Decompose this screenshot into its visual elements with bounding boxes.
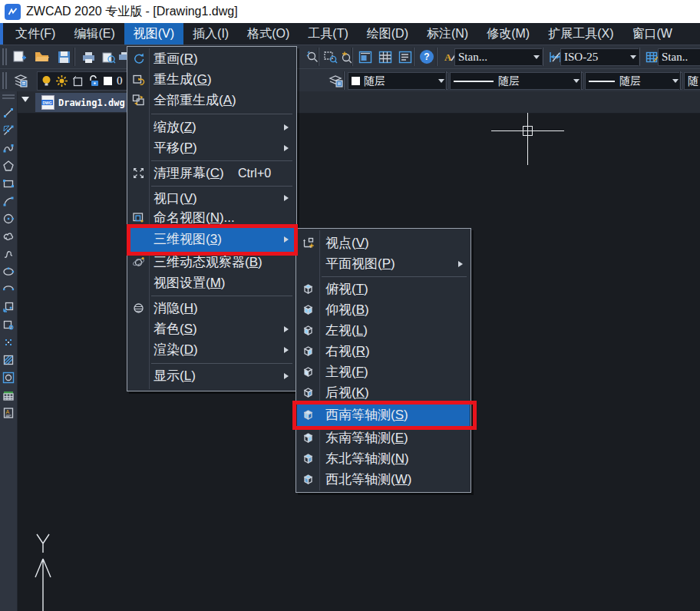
submenu-item-viewpoint[interactable]: 视点(V) (297, 233, 470, 253)
layer-manager-button[interactable] (11, 71, 31, 90)
spline-icon[interactable] (1, 245, 16, 263)
menu-item-view-settings[interactable]: 视图设置(M) (128, 272, 296, 293)
toolbar-grab-handle[interactable] (2, 48, 7, 65)
layer-unlock-icon[interactable] (88, 75, 99, 87)
menu-dimension[interactable]: 标注(N) (418, 23, 477, 45)
linetype-sample (454, 81, 494, 82)
open-file-button[interactable] (32, 48, 52, 66)
text-style-select[interactable]: Stan... (454, 48, 543, 66)
layout-grid-button[interactable] (375, 48, 395, 66)
revision-cloud-icon[interactable] (1, 227, 16, 245)
polyline-icon[interactable] (1, 139, 16, 157)
regen-all-icon (128, 94, 149, 107)
named-views-icon (128, 211, 149, 224)
menu-item-zoom[interactable]: 缩放(Z) (128, 117, 296, 137)
submenu-arrow-icon (458, 261, 463, 267)
table-style-select[interactable]: Stan.. (658, 48, 700, 66)
menu-item-render[interactable]: 渲染(D) (128, 339, 296, 360)
menu-file[interactable]: 文件(F) (6, 23, 64, 45)
menu-separator (151, 186, 292, 187)
menu-window[interactable]: 窗口(W (623, 23, 682, 45)
menu-item-viewports[interactable]: 视口(V) (128, 188, 296, 208)
layer-color-swatch[interactable] (104, 77, 112, 85)
submenu-item-se-isometric[interactable]: 东南等轴测(E) (297, 428, 470, 448)
arc-icon[interactable] (1, 192, 16, 210)
tab-list-dropdown-icon[interactable] (21, 97, 29, 102)
hatch-icon[interactable] (1, 351, 16, 368)
circle-icon[interactable] (1, 210, 16, 227)
toolbar-separator (580, 71, 582, 90)
submenu-item-plan-view[interactable]: 平面视图(P) (297, 253, 470, 274)
crosshair-vertical (527, 113, 528, 165)
line-icon[interactable] (1, 104, 16, 121)
menu-item-clean-screen[interactable]: 清理屏幕(C) Ctrl+0 (128, 163, 296, 183)
rectangle-icon[interactable] (1, 174, 16, 192)
construction-line-icon[interactable] (1, 121, 16, 139)
tab-drawing1[interactable]: DWG Drawing1.dwg (35, 93, 131, 112)
zoom-in-button[interactable] (336, 48, 356, 66)
submenu-item-top-view[interactable]: 俯视(T) (297, 279, 470, 299)
submenu-item-right-view[interactable]: 右视(R) (297, 341, 470, 362)
properties-toolbar: 0 随层 随层 随层 随 (0, 68, 700, 93)
menu-separator (151, 114, 292, 114)
donut-icon[interactable] (1, 368, 16, 386)
print-button[interactable] (78, 48, 98, 66)
layer-new-vp-icon[interactable] (72, 75, 84, 87)
mtext-icon[interactable]: A (1, 404, 16, 421)
lineweight-control-select[interactable]: 随层 (585, 72, 682, 90)
menu-tools[interactable]: 工具(T) (299, 23, 357, 45)
standard-toolbar: ? A Stan... ISO-25 Stan.. (0, 45, 700, 70)
zoom-realtime-button[interactable] (302, 48, 322, 66)
make-block-icon[interactable] (1, 315, 16, 333)
menu-view[interactable]: 视图(V) (124, 23, 183, 45)
left-view-icon (297, 325, 319, 336)
menu-modify[interactable]: 修改(M) (477, 23, 539, 45)
menu-item-regen-all[interactable]: 全部重生成(A) (128, 90, 296, 111)
submenu-item-front-view[interactable]: 主视(F) (297, 362, 470, 382)
layer-thaw-sun-icon[interactable] (56, 75, 68, 87)
color-control-select[interactable]: 随层 (348, 72, 448, 90)
save-button[interactable] (54, 48, 74, 66)
plot-style-control-select[interactable]: 随 (684, 72, 700, 90)
submenu-item-bottom-view[interactable]: 仰视(B) (297, 299, 470, 320)
chevron-down-icon (438, 79, 444, 83)
menu-item-hide[interactable]: 消隐(H) (128, 298, 296, 319)
menu-item-pan[interactable]: 平移(P) (128, 137, 296, 158)
table-icon[interactable] (1, 386, 16, 404)
dim-style-value: ISO-25 (564, 51, 627, 64)
new-file-button[interactable] (9, 48, 29, 66)
text-style-value: Stan... (458, 51, 530, 64)
menu-item-redraw[interactable]: 重画(R) (128, 48, 296, 69)
dim-style-select[interactable]: ISO-25 (560, 48, 640, 66)
menu-separator (322, 276, 467, 277)
point-icon[interactable] (1, 333, 16, 351)
submenu-item-ne-isometric[interactable]: 东北等轴测(N) (297, 448, 470, 469)
toolbar-separator (679, 71, 681, 90)
menu-format[interactable]: 格式(O) (238, 23, 299, 45)
layout-single-button[interactable] (355, 48, 375, 66)
menu-item-regen[interactable]: 重生成(G) (128, 69, 296, 90)
insert-block-icon[interactable] (1, 298, 16, 315)
polygon-icon[interactable] (1, 157, 16, 174)
submenu-item-left-view[interactable]: 左视(L) (297, 320, 470, 341)
toolbar-separator (318, 48, 319, 66)
menu-item-shade[interactable]: 着色(S) (128, 319, 296, 339)
submenu-arrow-icon (284, 326, 289, 332)
menu-edit[interactable]: 编辑(E) (64, 23, 124, 45)
ellipse-icon[interactable] (1, 263, 16, 280)
layer-on-bulb-icon[interactable] (41, 75, 51, 87)
ellipse-arc-icon[interactable] (1, 280, 16, 298)
toolbar-separator (445, 71, 447, 90)
toolbar-grab-handle[interactable] (2, 94, 15, 99)
submenu-item-back-view[interactable]: 后视(K) (297, 382, 470, 403)
menu-insert[interactable]: 插入(I) (183, 23, 238, 45)
menu-express-tools[interactable]: 扩展工具(X) (539, 23, 622, 45)
submenu-arrow-icon (284, 373, 289, 379)
toolbar-grab-handle[interactable] (2, 72, 7, 89)
submenu-item-nw-isometric[interactable]: 西北等轴测(W) (297, 469, 470, 490)
menu-item-display[interactable]: 显示(L) (128, 365, 296, 386)
linetype-control-select[interactable]: 随层 (450, 72, 583, 90)
layer-state-box[interactable]: 0 (37, 71, 134, 91)
menu-draw[interactable]: 绘图(D) (358, 23, 418, 45)
help-button[interactable]: ? (417, 48, 437, 66)
